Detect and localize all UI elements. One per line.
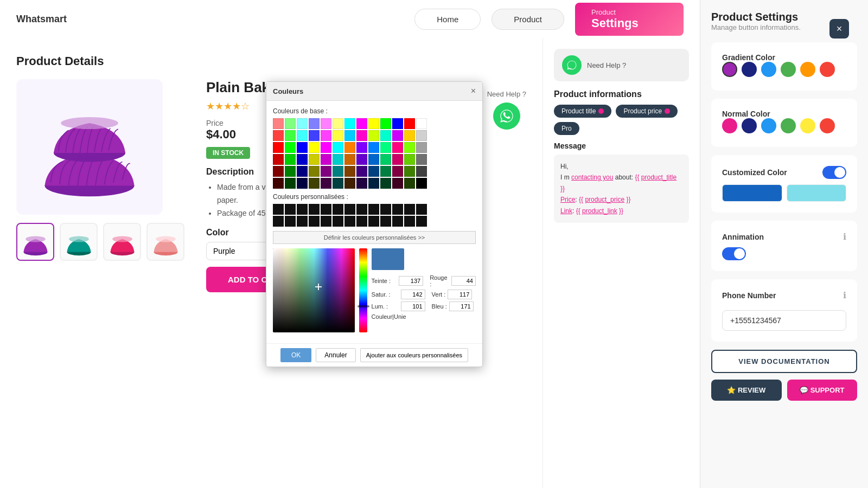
custom-color-2[interactable] — [787, 184, 847, 202]
custom-color-cell[interactable] — [368, 204, 379, 215]
base-color-cell[interactable] — [273, 178, 284, 189]
custom-color-cell[interactable] — [356, 204, 367, 215]
base-color-cell[interactable] — [368, 166, 379, 177]
custom-color-cell[interactable] — [333, 204, 343, 215]
base-color-cell[interactable] — [273, 142, 284, 153]
base-color-cell[interactable] — [392, 142, 403, 153]
base-color-cell[interactable] — [368, 130, 379, 141]
base-color-cell[interactable] — [321, 178, 331, 189]
thumb-salmon[interactable] — [146, 223, 184, 261]
custom-color-cell[interactable] — [309, 204, 320, 215]
base-color-cell[interactable] — [344, 178, 355, 189]
base-color-cell[interactable] — [392, 166, 403, 177]
base-color-cell[interactable] — [285, 154, 296, 165]
custom-color-cell[interactable] — [297, 216, 308, 227]
base-color-cell[interactable] — [273, 154, 284, 165]
base-color-cell[interactable] — [416, 178, 427, 189]
phone-info-icon[interactable]: ℹ — [843, 290, 846, 300]
view-doc-button[interactable]: VIEW DOCUMENTATION — [711, 350, 857, 373]
custom-color-cell[interactable] — [380, 204, 391, 215]
custom-color-cell[interactable] — [344, 204, 355, 215]
custom-color-cell[interactable] — [416, 216, 427, 227]
custom-color-1[interactable] — [722, 184, 782, 202]
swatch-darkblue[interactable] — [742, 62, 757, 77]
base-color-cell[interactable] — [297, 130, 308, 141]
base-color-cell[interactable] — [309, 142, 320, 153]
base-color-cell[interactable] — [368, 178, 379, 189]
base-color-cell[interactable] — [309, 130, 320, 141]
base-color-cell[interactable] — [333, 178, 343, 189]
phone-input[interactable] — [722, 310, 846, 331]
base-color-cell[interactable] — [416, 166, 427, 177]
close-button[interactable]: × — [829, 19, 849, 38]
custom-color-cell[interactable] — [356, 216, 367, 227]
customized-color-toggle[interactable] — [822, 166, 846, 179]
base-color-cell[interactable] — [297, 142, 308, 153]
custom-color-cell[interactable] — [344, 216, 355, 227]
base-color-cell[interactable] — [344, 118, 355, 129]
base-color-cell[interactable] — [404, 142, 415, 153]
base-color-cell[interactable] — [309, 166, 320, 177]
base-color-cell[interactable] — [368, 118, 379, 129]
base-color-cell[interactable] — [309, 178, 320, 189]
custom-color-cell[interactable] — [333, 216, 343, 227]
ajouter-button[interactable]: Ajouter aux couleurs personnalisées — [360, 348, 468, 362]
custom-color-cell[interactable] — [380, 216, 391, 227]
base-color-cell[interactable] — [356, 142, 367, 153]
base-color-cell[interactable] — [404, 154, 415, 165]
base-color-cell[interactable] — [356, 178, 367, 189]
rouge-input[interactable] — [451, 276, 476, 286]
base-color-cell[interactable] — [344, 142, 355, 153]
base-color-cell[interactable] — [333, 130, 343, 141]
base-color-cell[interactable] — [392, 154, 403, 165]
base-color-cell[interactable] — [368, 142, 379, 153]
ok-button[interactable]: OK — [280, 348, 311, 362]
custom-color-cell[interactable] — [297, 204, 308, 215]
base-color-cell[interactable] — [321, 142, 331, 153]
animation-info-icon[interactable]: ℹ — [843, 232, 846, 242]
base-color-cell[interactable] — [333, 142, 343, 153]
dialog-close-button[interactable]: × — [471, 86, 476, 96]
tag-pro[interactable]: Pro — [554, 122, 579, 135]
base-color-cell[interactable] — [380, 178, 391, 189]
custom-color-cell[interactable] — [368, 216, 379, 227]
thumb-pink[interactable] — [103, 223, 141, 261]
base-color-cell[interactable] — [416, 154, 427, 165]
custom-color-cell[interactable] — [273, 204, 284, 215]
base-color-cell[interactable] — [356, 118, 367, 129]
custom-color-cell[interactable] — [392, 204, 403, 215]
custom-color-cell[interactable] — [285, 204, 296, 215]
base-color-cell[interactable] — [380, 166, 391, 177]
base-color-cell[interactable] — [392, 178, 403, 189]
base-color-cell[interactable] — [285, 166, 296, 177]
base-color-cell[interactable] — [321, 166, 331, 177]
swatch-green[interactable] — [781, 62, 796, 77]
support-button[interactable]: 💬 SUPPORT — [787, 380, 858, 401]
base-color-cell[interactable] — [285, 130, 296, 141]
hue-slider[interactable] — [359, 248, 367, 332]
gradient-picker[interactable] — [273, 248, 355, 332]
swatch-blue[interactable] — [761, 62, 776, 77]
animation-toggle[interactable] — [722, 247, 746, 260]
base-color-cell[interactable] — [273, 166, 284, 177]
nav-home[interactable]: Home — [414, 9, 481, 30]
base-color-cell[interactable] — [368, 154, 379, 165]
base-color-cell[interactable] — [416, 118, 427, 129]
review-button[interactable]: ⭐ REVIEW — [711, 380, 782, 401]
custom-color-cell[interactable] — [273, 216, 284, 227]
teinte-input[interactable] — [399, 276, 423, 286]
base-color-cell[interactable] — [285, 142, 296, 153]
base-color-cell[interactable] — [356, 130, 367, 141]
swatch-red[interactable] — [820, 62, 835, 77]
base-color-cell[interactable] — [321, 154, 331, 165]
base-color-cell[interactable] — [392, 130, 403, 141]
base-color-cell[interactable] — [333, 166, 343, 177]
base-color-cell[interactable] — [297, 154, 308, 165]
custom-color-cell[interactable] — [416, 204, 427, 215]
base-color-cell[interactable] — [356, 154, 367, 165]
base-color-cell[interactable] — [344, 154, 355, 165]
base-color-cell[interactable] — [273, 118, 284, 129]
custom-color-cell[interactable] — [321, 204, 331, 215]
custom-color-cell[interactable] — [404, 216, 415, 227]
base-color-cell[interactable] — [285, 118, 296, 129]
